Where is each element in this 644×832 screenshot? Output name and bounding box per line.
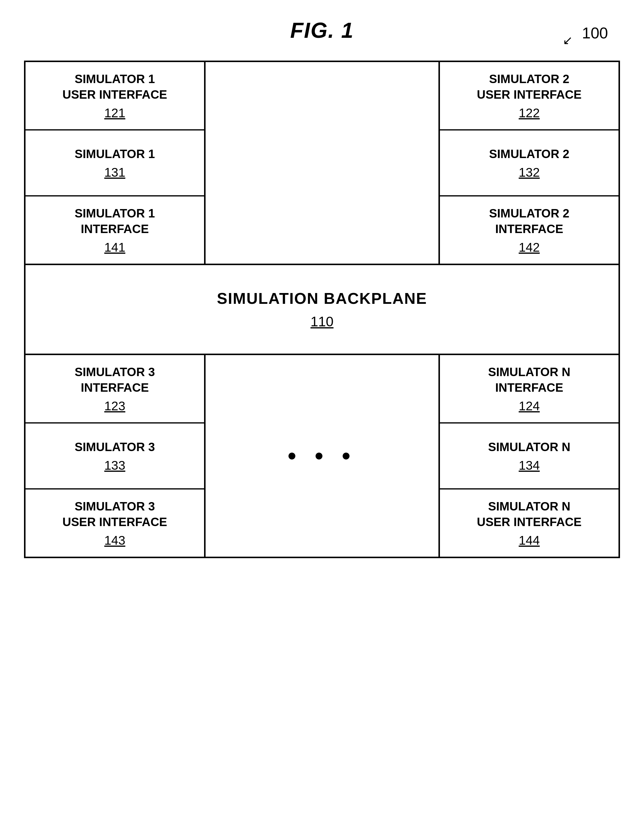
bottom-columns-area: SIMULATOR 3INTERFACE 123 SIMULATOR 3 133… xyxy=(26,355,618,557)
backplane-section: SIMULATION BACKPLANE 110 xyxy=(26,265,618,355)
sim1-interface-label: SIMULATOR 1INTERFACE xyxy=(75,205,155,237)
sim2-interface-label: SIMULATOR 2INTERFACE xyxy=(489,205,569,237)
sim2-interface-cell: SIMULATOR 2INTERFACE 142 xyxy=(440,197,618,264)
sim3-ui-label: SIMULATOR 3USER INTERFACE xyxy=(62,499,167,530)
sim1-ref: 131 xyxy=(104,165,125,180)
simN-interface-cell: SIMULATOR NINTERFACE 124 xyxy=(440,355,618,424)
sim2-user-interface-cell: SIMULATOR 2USER INTERFACE 122 xyxy=(440,62,618,130)
simN-user-interface-cell: SIMULATOR NUSER INTERFACE 144 xyxy=(440,490,618,557)
simN-interface-ref: 124 xyxy=(519,399,540,413)
simulator-2-column: SIMULATOR 2USER INTERFACE 122 SIMULATOR … xyxy=(439,62,618,264)
sim1-interface-cell: SIMULATOR 1INTERFACE 141 xyxy=(26,197,204,264)
page-title: FIG. 1 xyxy=(0,0,644,49)
sim1-simulator-cell: SIMULATOR 1 131 xyxy=(26,130,204,197)
sim1-label: SIMULATOR 1 xyxy=(75,146,155,162)
center-gap-bottom: • • • xyxy=(205,355,439,557)
center-gap-top xyxy=(205,62,439,264)
sim2-interface-ref: 142 xyxy=(519,240,540,254)
simulator-n-column: SIMULATOR NINTERFACE 124 SIMULATOR N 134… xyxy=(439,355,618,557)
sim3-interface-ref: 123 xyxy=(104,399,125,413)
simN-ref: 134 xyxy=(519,458,540,473)
simN-ui-label: SIMULATOR NUSER INTERFACE xyxy=(477,499,582,530)
simN-label: SIMULATOR N xyxy=(488,439,570,455)
top-columns-area: SIMULATOR 1USER INTERFACE 121 SIMULATOR … xyxy=(26,62,618,265)
sim2-ui-ref: 122 xyxy=(519,106,540,120)
sim1-interface-ref: 141 xyxy=(104,240,125,254)
backplane-label: SIMULATION BACKPLANE xyxy=(217,290,427,307)
sim3-label: SIMULATOR 3 xyxy=(75,439,155,455)
sim1-ui-ref: 121 xyxy=(104,106,125,120)
sim3-interface-label: SIMULATOR 3INTERFACE xyxy=(75,364,155,395)
sim2-simulator-cell: SIMULATOR 2 132 xyxy=(440,130,618,197)
sim2-ui-label: SIMULATOR 2USER INTERFACE xyxy=(477,71,582,102)
sim3-simulator-cell: SIMULATOR 3 133 xyxy=(26,424,204,490)
sim1-user-interface-cell: SIMULATOR 1USER INTERFACE 121 xyxy=(26,62,204,130)
sim2-label: SIMULATOR 2 xyxy=(489,146,569,162)
sim1-ui-label: SIMULATOR 1USER INTERFACE xyxy=(62,71,167,102)
simN-ui-ref: 144 xyxy=(519,533,540,548)
simulator-3-column: SIMULATOR 3INTERFACE 123 SIMULATOR 3 133… xyxy=(26,355,205,557)
main-diagram: SIMULATOR 1USER INTERFACE 121 SIMULATOR … xyxy=(24,61,620,558)
sim3-ref: 133 xyxy=(104,458,125,473)
simN-simulator-cell: SIMULATOR N 134 xyxy=(440,424,618,490)
ellipsis-dots: • • • xyxy=(288,442,356,470)
backplane-ref: 110 xyxy=(311,314,334,330)
sim3-ui-ref: 143 xyxy=(104,533,125,548)
simN-interface-label: SIMULATOR NINTERFACE xyxy=(488,364,570,395)
simulator-1-column: SIMULATOR 1USER INTERFACE 121 SIMULATOR … xyxy=(26,62,205,264)
sim3-user-interface-cell: SIMULATOR 3USER INTERFACE 143 xyxy=(26,490,204,557)
sim2-ref: 132 xyxy=(519,165,540,180)
ref-number: ↙100 xyxy=(572,24,608,42)
sim3-interface-cell: SIMULATOR 3INTERFACE 123 xyxy=(26,355,204,424)
